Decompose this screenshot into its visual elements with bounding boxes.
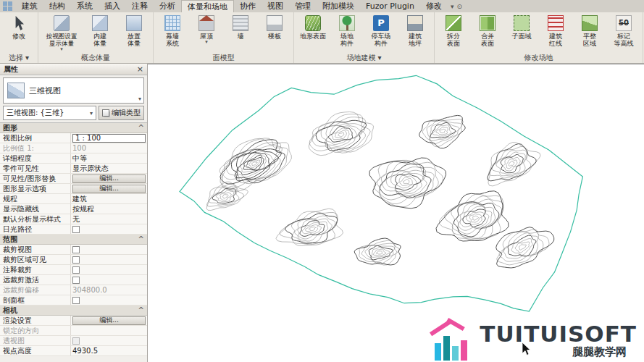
toposurface-contours xyxy=(206,112,554,269)
edit-button[interactable]: 编辑... xyxy=(72,174,146,183)
ribbon-panel-3: 地形表面场地 构件P停车场 构件建筑 地坪场地建模 ▾ xyxy=(294,12,435,63)
ribbon-tab-5[interactable]: 分析 xyxy=(154,0,181,12)
ribbon-panel-0: 修改选择 ▾ xyxy=(0,12,38,63)
site-component-icon xyxy=(339,15,355,31)
ribbon-tab-0[interactable]: 建筑 xyxy=(16,0,43,12)
show-mass-button[interactable]: 按视图设置 显示体量▾ xyxy=(41,14,83,53)
roof-button[interactable]: 屋顶▾ xyxy=(190,14,223,53)
property-value[interactable]: 中等 xyxy=(72,153,87,163)
property-value[interactable]: 无 xyxy=(72,214,80,224)
ribbon-tab-4[interactable]: 注释 xyxy=(126,0,154,12)
property-label: 视点高度 xyxy=(0,346,71,355)
ribbon-tab-12[interactable]: 修改 xyxy=(420,0,448,12)
roof-icon xyxy=(198,15,214,31)
property-label: 默认分析显示样式 xyxy=(0,214,71,224)
label-contours-button[interactable]: 50标记 等高线 xyxy=(607,14,640,53)
property-section-header[interactable]: 图形^ xyxy=(0,123,147,133)
property-line-button[interactable]: 建筑 红线 xyxy=(539,14,572,53)
floor-button[interactable]: 楼板 xyxy=(258,14,291,53)
property-section-header[interactable]: 相机^ xyxy=(0,306,147,316)
toposurface-view[interactable] xyxy=(148,64,644,362)
property-value[interactable]: 建筑 xyxy=(72,194,87,203)
tuituisoft-logo-icon xyxy=(429,319,474,361)
pin-icon[interactable]: ⊙ xyxy=(456,3,462,10)
ribbon-tab-8[interactable]: 视图 xyxy=(262,0,289,12)
view-scale-dropdown[interactable]: 1 : 100 xyxy=(72,134,146,143)
checkbox[interactable] xyxy=(72,266,80,274)
property-label: 注释裁剪 xyxy=(0,265,71,274)
split-surface-icon xyxy=(446,15,461,31)
ribbon-tab-9[interactable]: 管理 xyxy=(289,0,317,12)
ribbon-tab-2[interactable]: 系统 xyxy=(71,0,99,12)
ribbon-tab-10[interactable]: 附加模块 xyxy=(317,0,360,12)
split-surface-button[interactable]: 拆分 表面 xyxy=(437,14,470,53)
parking-component-button[interactable]: P停车场 构件 xyxy=(364,14,398,53)
graded-region-button[interactable]: 平整 区域 xyxy=(573,14,606,53)
place-mass-button[interactable]: 放置 体量 xyxy=(117,14,151,53)
property-row: 裁剪视图 xyxy=(0,245,147,255)
merge-surfaces-icon xyxy=(480,15,495,31)
ribbon-tab-6[interactable]: 体量和场地 xyxy=(181,0,234,12)
property-value[interactable]: 显示原状态 xyxy=(72,164,109,173)
building-pad-button[interactable]: 建筑 地坪 xyxy=(398,14,432,53)
ribbon-tab-1[interactable]: 结构 xyxy=(43,0,71,12)
property-value[interactable]: 按规程 xyxy=(72,204,94,214)
property-row: 锁定的方向 xyxy=(0,326,147,336)
property-row: 渲染设置编辑... xyxy=(0,316,147,326)
toposurface-button[interactable]: 地形表面 xyxy=(296,14,330,53)
checkbox[interactable] xyxy=(72,246,80,253)
close-icon[interactable]: × xyxy=(137,66,143,73)
wall-icon xyxy=(233,15,248,31)
property-label: 渲染设置 xyxy=(0,316,71,325)
panel-label: 选择 ▾ xyxy=(0,53,38,63)
mouse-cursor xyxy=(522,342,532,357)
toposurface-label: 地形表面 xyxy=(300,33,326,40)
property-label: 详细程度 xyxy=(0,153,71,163)
view-type-icon xyxy=(7,83,25,98)
show-mass-icon xyxy=(54,15,70,31)
property-label: 视图比例 xyxy=(0,133,71,143)
properties-panel: 属性 × 三维视图 ▾ 三维视图: {三维} ▾ 编辑类型 图形^视图比例1 :… xyxy=(0,64,148,362)
modify-cursor-button[interactable]: 修改 xyxy=(2,14,35,53)
ribbon-tab-11[interactable]: Fuzor Plugin xyxy=(360,0,420,12)
view-selector-dropdown[interactable]: 三维视图: {三维} ▾ xyxy=(3,106,96,120)
ribbon-tab-7[interactable]: 协作 xyxy=(234,0,262,12)
edit-type-button[interactable]: 编辑类型 xyxy=(99,106,144,120)
property-row: 剖面框 xyxy=(0,295,147,306)
ribbon-tab-3[interactable]: 插入 xyxy=(99,0,126,12)
chevron-down-icon: ▾ xyxy=(60,47,63,51)
property-row: 远裁剪偏移304800.0 xyxy=(0,285,147,295)
curtain-system-button[interactable]: 幕墙 系统 xyxy=(156,14,189,53)
panel-label: 修改场地 xyxy=(435,53,643,63)
property-label: 规程 xyxy=(0,194,71,203)
drawing-area[interactable]: TUITUISOFT 腿腿教学网 xyxy=(148,64,644,362)
site-component-button[interactable]: 场地 构件 xyxy=(330,14,364,53)
parking-component-icon: P xyxy=(373,15,389,31)
chevron-down-icon: ▾ xyxy=(138,96,141,102)
toposurface-boundary[interactable] xyxy=(180,75,582,311)
wall-button[interactable]: 墙 xyxy=(224,14,257,53)
modify-cursor-label: 修改 xyxy=(12,33,25,40)
merge-surfaces-button[interactable]: 合并 表面 xyxy=(471,14,504,53)
ribbon-panel-4: 拆分 表面合并 表面子面域建筑 红线平整 区域50标记 等高线修改场地 xyxy=(435,12,643,63)
property-section-header[interactable]: 范围^ xyxy=(0,235,147,245)
property-row: 详细程度中等 xyxy=(0,153,147,164)
subregion-button[interactable]: 子面域 xyxy=(505,14,538,53)
checkbox[interactable] xyxy=(72,256,80,264)
curtain-system-label: 幕墙 系统 xyxy=(166,33,179,47)
checkbox[interactable] xyxy=(72,297,80,304)
type-selector[interactable]: 三维视图 ▾ xyxy=(3,77,144,104)
checkbox[interactable] xyxy=(72,277,80,284)
app-icon[interactable] xyxy=(3,1,12,11)
inplace-mass-button[interactable]: 内建 体量 xyxy=(83,14,117,53)
site-component-label: 场地 构件 xyxy=(340,33,354,47)
edit-button[interactable]: 编辑... xyxy=(72,316,146,325)
property-value[interactable]: 4930.5 xyxy=(72,347,98,355)
section-label: 范围 xyxy=(3,235,17,245)
property-row: 规程建筑 xyxy=(0,194,147,204)
checkbox[interactable] xyxy=(72,226,80,233)
property-grid: 图形^视图比例1 : 100比例值 1:100详细程度中等零件可见性显示原状态可… xyxy=(0,122,147,362)
property-row: 裁剪区域可见 xyxy=(0,255,147,265)
edit-button[interactable]: 编辑... xyxy=(72,185,146,193)
chevron-down-icon[interactable]: ▾ xyxy=(451,3,454,10)
